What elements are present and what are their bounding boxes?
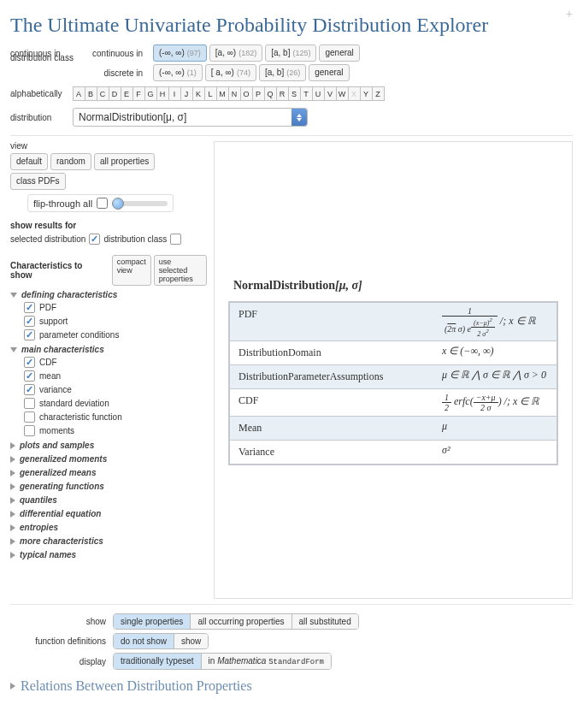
alpha-button-q[interactable]: Q: [264, 86, 277, 101]
result-title: NormalDistribution[μ, σ]: [233, 279, 563, 293]
characteristic-checkbox[interactable]: [24, 425, 35, 436]
category-heading[interactable]: generalized means: [10, 468, 207, 477]
continuous-range-chip[interactable]: (-∞, ∞)(97): [153, 44, 207, 62]
pill-option[interactable]: all substituted: [292, 614, 358, 629]
category-heading[interactable]: entropies: [10, 523, 207, 532]
discrete-range-chip[interactable]: (-∞, ∞)(1): [153, 64, 203, 81]
continuous-range-chip[interactable]: [a, ∞)(182): [209, 44, 262, 62]
view-option-chip[interactable]: default: [10, 153, 48, 170]
use-selected-properties-button[interactable]: use selectedproperties: [154, 255, 207, 286]
alpha-button-b[interactable]: B: [85, 86, 97, 101]
category-label: generating functions: [20, 482, 104, 491]
alpha-button-o[interactable]: O: [240, 86, 253, 101]
category-heading[interactable]: differential equation: [10, 509, 207, 518]
alpha-button-g[interactable]: G: [144, 86, 157, 101]
characteristic-label: characteristic function: [39, 412, 122, 422]
divider-2: [10, 604, 573, 605]
alpha-button-a[interactable]: A: [73, 86, 85, 101]
characteristic-label: mean: [39, 371, 61, 381]
relations-section-toggle[interactable]: Relations Between Distribution Propertie…: [10, 678, 573, 694]
alpha-button-w[interactable]: W: [336, 86, 349, 101]
alpha-button-n[interactable]: N: [228, 86, 241, 101]
category-label: generalized moments: [20, 454, 107, 464]
alpha-button-c[interactable]: C: [97, 86, 109, 101]
result-row-value: 12 erfc(−x+μ2 σ) /; x ∈ ℝ: [435, 389, 556, 416]
characteristic-checkbox[interactable]: [24, 357, 35, 368]
triangle-right-icon: [10, 552, 15, 559]
characteristic-label: support: [39, 317, 68, 326]
pill-option[interactable]: traditionally typeset: [114, 654, 202, 669]
triangle-right-icon: [10, 497, 15, 504]
result-dist-params: [μ, σ]: [335, 279, 362, 292]
alpha-button-k[interactable]: K: [192, 86, 205, 101]
alpha-button-f[interactable]: F: [132, 86, 145, 101]
view-option-chip[interactable]: random: [50, 153, 91, 170]
triangle-down-icon: [10, 347, 17, 352]
triangle-right-icon: [10, 456, 15, 463]
category-heading[interactable]: main characteristics: [10, 345, 207, 354]
alpha-button-p[interactable]: P: [252, 86, 265, 101]
category-label: main characteristics: [21, 345, 104, 354]
category-heading[interactable]: quantiles: [10, 495, 207, 505]
category-heading[interactable]: generating functions: [10, 482, 207, 491]
alpha-button-r[interactable]: R: [276, 86, 289, 101]
alpha-button-i[interactable]: I: [168, 86, 181, 101]
characteristic-checkbox[interactable]: [24, 398, 35, 409]
view-option-chip[interactable]: all properties: [94, 153, 155, 170]
category-label: differential equation: [20, 509, 101, 518]
characteristic-checkbox[interactable]: [24, 411, 35, 423]
alpha-button-m[interactable]: M: [216, 86, 229, 101]
alpha-button-t[interactable]: T: [300, 86, 313, 101]
discrete-range-chip[interactable]: general: [309, 64, 349, 81]
alpha-button-s[interactable]: S: [288, 86, 301, 101]
pill-option[interactable]: do not show: [114, 634, 174, 648]
category-heading[interactable]: more characteristics: [10, 536, 207, 546]
characteristic-row: support: [24, 316, 207, 327]
add-icon[interactable]: +: [566, 7, 573, 21]
pill-option[interactable]: single properties: [114, 614, 191, 629]
selected-distribution-checkbox[interactable]: [89, 234, 100, 245]
category-heading[interactable]: plots and samples: [10, 441, 207, 450]
alpha-button-l[interactable]: L: [204, 86, 217, 101]
characteristic-label: PDF: [39, 303, 56, 312]
alpha-button-v[interactable]: V: [324, 86, 337, 101]
characteristic-label: moments: [39, 426, 74, 435]
alpha-button-z[interactable]: Z: [372, 86, 385, 101]
alpha-button-e[interactable]: E: [121, 86, 133, 101]
view-label: view: [10, 141, 32, 151]
flip-through-checkbox[interactable]: [97, 198, 108, 209]
pill-option[interactable]: in Mathematica StandardForm: [202, 654, 331, 669]
characteristic-row: standard deviation: [24, 398, 207, 409]
pill-option[interactable]: all occurring properties: [191, 614, 292, 629]
characteristic-label: standard deviation: [39, 399, 109, 408]
view-option-chip[interactable]: class PDFs: [10, 173, 66, 190]
alphabet-grid: ABCDEFGHIJKLMNOPQRSTUVWXYZ: [73, 86, 385, 101]
distribution-class-checkbox[interactable]: [170, 234, 181, 245]
category-heading[interactable]: defining characteristics: [10, 290, 207, 299]
characteristic-checkbox[interactable]: [24, 329, 35, 340]
alpha-button-u[interactable]: U: [312, 86, 325, 101]
discrete-range-chip[interactable]: [ a, ∞)(74): [205, 64, 256, 81]
compact-view-button[interactable]: compactview: [112, 255, 151, 286]
discrete-range-chip[interactable]: [a, b](26): [259, 64, 306, 81]
category-label: defining characteristics: [21, 290, 117, 299]
characteristic-checkbox[interactable]: [24, 316, 35, 327]
result-table: PDF1(2π σ) e(x−μ)22 σ2 /; x ∈ ℝDistribut…: [228, 301, 558, 465]
dropdown-arrows-icon: [292, 109, 307, 126]
continuous-range-chip[interactable]: general: [319, 44, 359, 62]
pill-option[interactable]: show: [174, 634, 208, 648]
flip-slider[interactable]: [112, 201, 168, 206]
characteristic-checkbox[interactable]: [24, 384, 35, 395]
alpha-button-y[interactable]: Y: [360, 86, 373, 101]
alpha-button-j[interactable]: J: [180, 86, 193, 101]
characteristic-checkbox[interactable]: [24, 370, 35, 382]
category-heading[interactable]: typical names: [10, 550, 207, 559]
distribution-select[interactable]: NormalDistribution[μ, σ]: [73, 108, 308, 127]
continuous-range-chip[interactable]: [a, b](125): [265, 44, 316, 62]
category-heading[interactable]: generalized moments: [10, 454, 207, 464]
result-row-value: x ∈ (−∞, ∞): [435, 341, 556, 364]
characteristic-row: characteristic function: [24, 411, 207, 423]
characteristic-checkbox[interactable]: [24, 302, 35, 313]
alpha-button-d[interactable]: D: [109, 86, 121, 101]
alpha-button-h[interactable]: H: [156, 86, 169, 101]
